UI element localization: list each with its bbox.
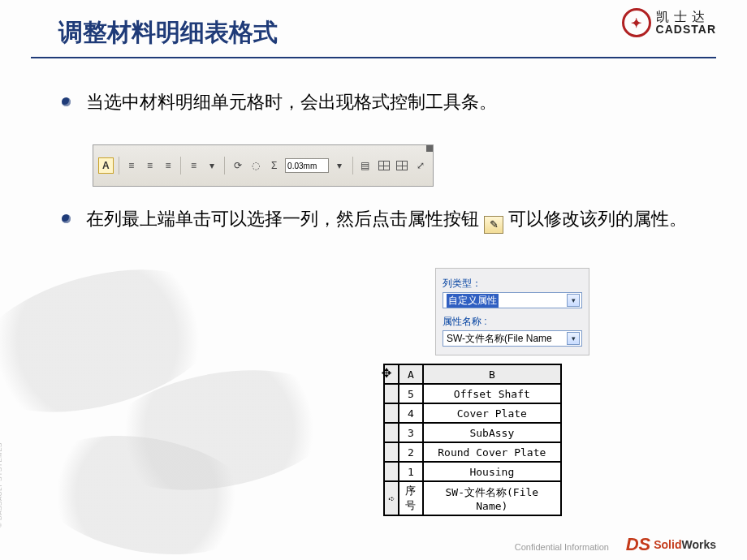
cell[interactable]: 1	[399, 462, 423, 481]
align-left-button[interactable]: ≡	[124, 157, 140, 174]
chevron-down-icon[interactable]: ▾	[567, 332, 580, 345]
bg-decor	[89, 353, 349, 507]
column-properties-icon[interactable]: ✎	[484, 216, 503, 234]
page-title: 调整材料明细表格式	[58, 16, 278, 50]
brand-cn: 凯士达	[656, 11, 716, 24]
separator	[224, 157, 225, 174]
cell[interactable]: Cover Plate	[423, 403, 561, 423]
grid-icon	[396, 161, 408, 170]
format-toolbar: A ≡ ≡ ≡ ≡ ▾ ⟳ ◌ Σ ▾ ▤ ⤢	[93, 144, 434, 187]
ds-mark-icon: DS	[626, 534, 651, 555]
properties-button[interactable]: ▤	[358, 157, 374, 174]
valign-button[interactable]: ≡	[186, 157, 201, 174]
col-type-select[interactable]: 自定义属性 ▾	[443, 292, 582, 308]
bg-decor	[0, 244, 240, 437]
table-merge-button[interactable]	[395, 157, 410, 174]
align-right-button[interactable]: ≡	[161, 157, 176, 174]
cell[interactable]: 5	[399, 384, 423, 403]
column-property-panel: 列类型： 自定义属性 ▾ 属性名称 : SW-文件名称(File Name ▾	[435, 268, 589, 355]
bullet-2-text-b: 可以修改该列的属性。	[508, 209, 687, 229]
table-insert-button[interactable]	[376, 157, 391, 174]
brand-badge-icon: ✦	[622, 8, 651, 37]
table-row[interactable]: 3SubAssy	[384, 423, 561, 442]
grid-icon	[378, 161, 390, 170]
thickness-stepper[interactable]: ▾	[332, 157, 348, 174]
prop-name-value: SW-文件名称(File Name	[447, 332, 552, 346]
table-header-row[interactable]: A B	[384, 364, 561, 384]
separator	[119, 157, 119, 174]
valign-dropdown[interactable]: ▾	[205, 157, 220, 174]
rotate-button[interactable]: ⟳	[230, 157, 245, 174]
bullet-list-2: 在列最上端单击可以选择一列，然后点击属性按钮 ✎ 可以修改该列的属性。	[58, 205, 698, 243]
font-button[interactable]: A	[98, 157, 114, 174]
solidworks-logo: DS SolidWorks	[626, 534, 716, 555]
header-a[interactable]: A	[399, 364, 423, 384]
cell[interactable]: Round Cover Plate	[423, 442, 561, 462]
cell[interactable]: 4	[399, 403, 423, 423]
table-row[interactable]: 5Offset Shaft	[384, 384, 561, 403]
table-row[interactable]: 4Cover Plate	[384, 403, 561, 423]
copyright-vertical: © DASSAULT SYSTEMES	[0, 442, 3, 528]
bullet-list: 当选中材料明细单元格时，会出现格式控制工具条。	[58, 88, 698, 126]
confidential-label: Confidential Information	[515, 542, 609, 552]
cell[interactable]: Offset Shaft	[423, 384, 561, 403]
bg-decor	[24, 420, 268, 560]
sw-text-2: Works	[681, 538, 716, 551]
bullet-2-text-a: 在列最上端单击可以选择一列，然后点击属性按钮	[86, 209, 484, 229]
label-col-type: 列类型：	[443, 277, 582, 291]
cell[interactable]: 3	[399, 423, 423, 442]
bom-table: A B 5Offset Shaft 4Cover Plate 3SubAssy …	[383, 364, 562, 516]
move-handle-icon[interactable]: ✥	[382, 362, 391, 381]
sw-text-1: Solid	[654, 538, 681, 551]
cell[interactable]: Housing	[423, 462, 561, 481]
separator	[352, 157, 353, 174]
bullet-1: 当选中材料明细单元格时，会出现格式控制工具条。	[58, 88, 698, 116]
link-button[interactable]: ◌	[248, 157, 264, 174]
col-type-value: 自定义属性	[447, 294, 499, 308]
separator	[180, 157, 181, 174]
table-footer-row[interactable]: ➪ 序号 SW-文件名称(File Name)	[384, 481, 561, 515]
footer-a[interactable]: 序号	[399, 481, 423, 515]
fit-button[interactable]: ⤢	[412, 157, 428, 174]
bullet-2: 在列最上端单击可以选择一列，然后点击属性按钮 ✎ 可以修改该列的属性。	[58, 205, 698, 234]
align-center-button[interactable]: ≡	[142, 157, 158, 174]
toolbar-grip-icon[interactable]	[426, 145, 433, 152]
cell[interactable]: SubAssy	[423, 423, 561, 442]
brand-en: CADSTAR	[656, 24, 716, 35]
bullet-1-text: 当选中材料明细单元格时，会出现格式控制工具条。	[86, 92, 497, 112]
prop-name-select[interactable]: SW-文件名称(File Name ▾	[443, 330, 582, 347]
table-row[interactable]: 1Housing	[384, 462, 561, 481]
thickness-input[interactable]	[285, 158, 329, 173]
header-b[interactable]: B	[423, 364, 561, 384]
sigma-button[interactable]: Σ	[267, 157, 283, 174]
table-row[interactable]: 2Round Cover Plate	[384, 442, 561, 462]
bom-table-wrap: ✥ A B 5Offset Shaft 4Cover Plate 3SubAss…	[383, 364, 562, 516]
chevron-down-icon[interactable]: ▾	[567, 294, 580, 307]
cell[interactable]: 2	[399, 442, 423, 462]
footer-b[interactable]: SW-文件名称(File Name)	[423, 481, 561, 515]
label-prop-name: 属性名称 :	[443, 315, 582, 329]
footer-lead-icon[interactable]: ➪	[384, 481, 399, 515]
title-rule	[31, 57, 716, 58]
brand-logo: ✦ 凯士达 CADSTAR	[622, 8, 716, 37]
